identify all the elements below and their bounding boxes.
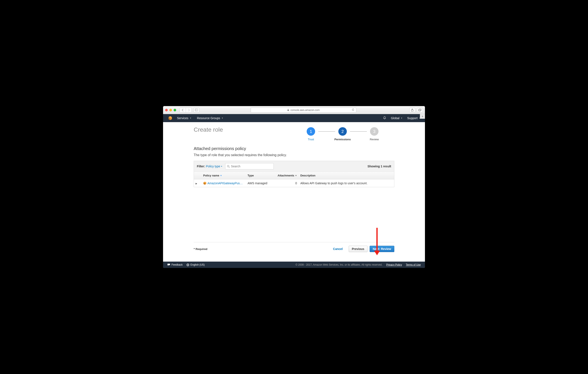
- chevron-down-icon: ▼: [190, 117, 192, 119]
- wizard-step-review: 3 Review: [367, 127, 382, 141]
- step-label: Review: [370, 138, 379, 141]
- column-header-description[interactable]: Description: [299, 172, 394, 179]
- terms-of-use-link[interactable]: Terms of Use: [406, 263, 421, 266]
- notifications-icon[interactable]: [383, 116, 386, 120]
- support-menu[interactable]: Support ▼: [407, 117, 421, 120]
- policy-type-label: Policy type: [206, 165, 220, 168]
- nav-buttons: [179, 107, 192, 113]
- aws-header: Services ▼ Resource Groups ▼ Global ▼ Su…: [163, 114, 425, 122]
- speech-bubble-icon: [167, 264, 170, 266]
- browser-chrome: console.aws.amazon.com: [163, 106, 425, 114]
- svg-rect-0: [195, 109, 198, 111]
- copyright-text: © 2008 - 2017, Amazon Web Services, Inc.…: [295, 263, 382, 266]
- policy-icon: [203, 182, 207, 185]
- step-label: Permissions: [334, 138, 351, 141]
- resource-groups-label: Resource Groups: [197, 117, 220, 120]
- wizard-step-permissions: 2 Permissions: [335, 127, 350, 141]
- wizard-steps: 1 Trust 2 Permissions 3 Review: [304, 127, 382, 141]
- search-box[interactable]: [225, 163, 274, 170]
- region-label: Global: [391, 117, 399, 120]
- chevron-down-icon: ▼: [401, 117, 403, 119]
- new-tab-button[interactable]: +: [420, 114, 425, 119]
- sort-caret-icon: ▼: [295, 174, 297, 177]
- back-button[interactable]: [180, 108, 186, 112]
- column-header-attachments[interactable]: Attachments ▼: [275, 172, 299, 179]
- policy-toolbar: Filter: Policy type ▾ Showing 1 result: [194, 161, 394, 172]
- maximize-window-icon[interactable]: [174, 109, 176, 111]
- column-header-name[interactable]: Policy name ▼: [201, 172, 246, 179]
- globe-icon: [187, 264, 189, 266]
- url-bar[interactable]: console.aws.amazon.com: [251, 107, 356, 113]
- chevron-down-icon: ▼: [221, 117, 223, 119]
- section-description: The type of role that you selected requi…: [194, 153, 394, 157]
- svg-rect-6: [419, 109, 421, 110]
- required-note: * Required: [194, 247, 207, 251]
- policy-type-filter[interactable]: Policy type ▾: [206, 165, 222, 168]
- browser-window: console.aws.amazon.com + Services ▼ Reso…: [163, 106, 425, 268]
- sort-caret-icon: ▼: [220, 174, 222, 177]
- search-icon: [227, 165, 230, 168]
- policy-panel: Filter: Policy type ▾ Showing 1 result P…: [194, 161, 394, 187]
- step-number: 1: [307, 127, 315, 136]
- resource-groups-menu[interactable]: Resource Groups ▼: [197, 117, 223, 120]
- policy-row: ▶ AmazonAPIGatewayPush… AWS managed 0 Al…: [194, 179, 394, 187]
- policy-name-link[interactable]: AmazonAPIGatewayPush…: [207, 182, 243, 185]
- column-header-type[interactable]: Type: [246, 172, 275, 179]
- policy-table-header: Policy name ▼ Type Attachments ▼ Descrip…: [194, 172, 394, 179]
- policy-description-cell: Allows API Gateway to push logs to user'…: [299, 179, 394, 187]
- region-menu[interactable]: Global ▼: [391, 117, 403, 120]
- filter-label: Filter:: [197, 165, 205, 168]
- language-selector[interactable]: English (US): [187, 263, 205, 266]
- url-host: console.aws.amazon.com: [290, 109, 320, 112]
- wizard-step-trust[interactable]: 1 Trust: [304, 127, 318, 141]
- search-input[interactable]: [231, 165, 272, 168]
- window-controls: [165, 109, 176, 111]
- step-number: 2: [338, 127, 347, 136]
- chevron-down-icon: ▾: [221, 165, 222, 167]
- result-count: Showing 1 result: [368, 165, 391, 168]
- step-connector: [318, 131, 335, 132]
- cancel-button[interactable]: Cancel: [330, 246, 346, 252]
- chrome-right: [409, 108, 423, 112]
- share-button[interactable]: [409, 108, 415, 112]
- svg-rect-5: [419, 109, 421, 111]
- lock-icon: [287, 109, 289, 111]
- services-label: Services: [177, 117, 189, 120]
- privacy-policy-link[interactable]: Privacy Policy: [386, 263, 402, 266]
- sidebar-toggle-button[interactable]: [193, 108, 200, 112]
- policy-attachments-cell: 0: [275, 179, 299, 187]
- next-review-button[interactable]: Next: Review: [370, 246, 394, 252]
- action-bar: * Required Cancel Previous Next: Review: [194, 242, 394, 256]
- feedback-link[interactable]: Feedback: [167, 263, 183, 266]
- step-connector: [350, 131, 367, 132]
- close-window-icon[interactable]: [165, 109, 168, 111]
- services-menu[interactable]: Services ▼: [177, 117, 192, 120]
- minimize-window-icon[interactable]: [169, 109, 172, 111]
- tabs-button[interactable]: [417, 108, 423, 112]
- section-title: Attached permissions policy: [194, 146, 394, 151]
- step-label: Trust: [308, 138, 314, 141]
- aws-logo-icon[interactable]: [168, 116, 172, 120]
- step-number: 3: [370, 127, 378, 136]
- policy-type-cell: AWS managed: [246, 179, 275, 187]
- support-label: Support: [407, 117, 418, 120]
- previous-button[interactable]: Previous: [349, 246, 368, 252]
- svg-line-11: [229, 167, 230, 168]
- expand-row-icon[interactable]: ▶: [196, 182, 197, 185]
- page-content: Create role 1 Trust 2 Permissions 3 Revi…: [163, 122, 425, 262]
- forward-button[interactable]: [186, 108, 192, 112]
- svg-rect-2: [287, 110, 289, 111]
- aws-footer: Feedback English (US) © 2008 - 2017, Ama…: [163, 262, 425, 268]
- reload-icon[interactable]: [352, 108, 354, 112]
